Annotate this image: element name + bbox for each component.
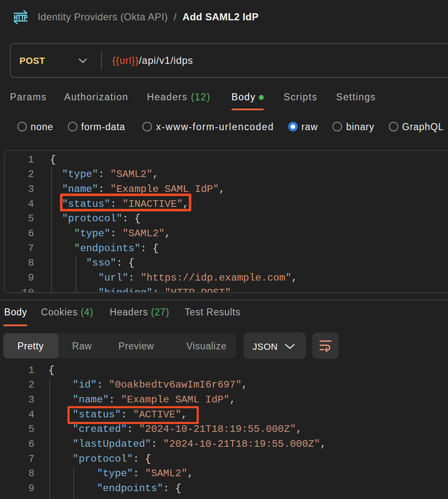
svg-text:HTTP: HTTP: [14, 14, 28, 22]
